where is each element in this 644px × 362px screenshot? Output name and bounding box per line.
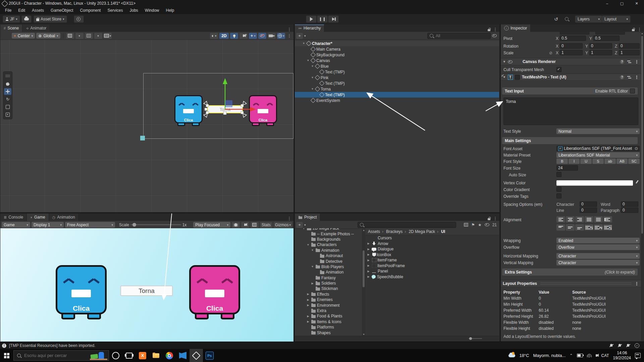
taskbar-app[interactable]: Ps <box>203 349 216 362</box>
tab-hierarchy[interactable]: ≔ Hierarchy <box>295 24 324 32</box>
breadcrumb-item[interactable]: Brackeys <box>386 229 408 234</box>
search-icon[interactable] <box>565 17 569 22</box>
weather-text[interactable]: Mayorm. nubla... <box>533 353 566 358</box>
lock-icon[interactable] <box>488 29 490 31</box>
taskbar-search-input[interactable] <box>23 353 82 358</box>
hierarchy-row[interactable]: ▼ Character* <box>295 41 499 46</box>
spacing-paragraph-field[interactable] <box>621 207 638 213</box>
menu-dots-icon[interactable]: ⋮ <box>493 27 497 32</box>
create-asset-caret[interactable]: ▾ <box>304 223 306 227</box>
font-style-button[interactable]: SC <box>628 159 640 164</box>
menu-dots-icon[interactable]: ⋮ <box>287 27 291 32</box>
tab-project[interactable]: Project <box>295 214 320 221</box>
project-file-row[interactable]: ▶ ItemPoolFrame <box>365 263 499 269</box>
material-preset-dropdown[interactable]: LiberationSans SDF Material▾ <box>556 152 640 158</box>
zoom-slider-thumb[interactable] <box>469 337 472 340</box>
maximize-button[interactable]: ▢ <box>614 0 629 7</box>
transform-tool[interactable] <box>4 111 11 118</box>
hierarchy-row[interactable]: Main Camera <box>295 46 499 52</box>
menu-dots-icon[interactable]: ⋮ <box>635 281 639 286</box>
mute-audio-button[interactable] <box>241 222 249 228</box>
game-character-pink[interactable]: Clica <box>189 265 240 319</box>
rotate-tool[interactable]: ↻ <box>4 96 11 103</box>
target-button[interactable] <box>74 15 84 23</box>
game-view-dropdown[interactable]: Game▾ <box>2 222 30 228</box>
hierarchy-row[interactable]: EventSystem <box>295 98 499 103</box>
menu-dots-icon[interactable]: ⋮ <box>635 75 639 80</box>
rtl-checkbox[interactable] <box>630 88 635 94</box>
project-tree-row[interactable]: Fantasy <box>295 275 362 281</box>
hierarchy-row[interactable]: Text (TMP) <box>295 92 499 98</box>
display-dropdown[interactable]: Display 1▾ <box>32 222 64 228</box>
weather-temp[interactable]: 18°C <box>519 353 529 358</box>
hierarchy-row[interactable]: ▼ Torna <box>295 86 499 92</box>
layers-dropdown[interactable]: Layers▾ <box>575 15 602 23</box>
shading-mode-dropdown[interactable]: ◐▾ <box>210 33 218 39</box>
align-button[interactable] <box>566 224 575 231</box>
torna-button[interactable]: Torna <box>120 286 173 296</box>
spacing-character-field[interactable] <box>580 201 597 207</box>
move-tool[interactable] <box>4 88 11 95</box>
aspect-dropdown[interactable]: Free Aspect▾ <box>65 222 115 228</box>
action-center-icon[interactable] <box>635 353 641 358</box>
tree-scrollbar[interactable]: ▲ ▼ <box>362 228 365 336</box>
pivot-x-field[interactable] <box>560 36 586 41</box>
project-file-row[interactable]: ▶ Arrow <box>365 241 499 247</box>
project-file-row[interactable]: ▶ Panel <box>365 268 499 274</box>
move-gizmo[interactable]: Torna <box>0 40 293 212</box>
project-tree-row[interactable]: ▼ 2D Mega Pack <box>295 228 362 231</box>
project-tree-row[interactable]: Animation <box>295 269 362 275</box>
close-button[interactable]: ✕ <box>629 0 644 7</box>
font-style-button[interactable]: S <box>592 159 604 164</box>
pause-button[interactable] <box>317 15 328 23</box>
lock-icon[interactable] <box>488 218 490 220</box>
gizmos-dropdown[interactable]: Gizmos▾ <box>274 222 292 228</box>
project-tree-row[interactable]: ▶ Effects <box>295 292 362 297</box>
notifications-muted-icon[interactable] <box>618 344 622 347</box>
hierarchy-row[interactable]: SkyBackground <box>295 52 499 58</box>
project-search-input[interactable] <box>365 222 447 228</box>
spacing-line-field[interactable] <box>580 207 597 213</box>
create-add-caret[interactable]: ▾ <box>304 34 306 38</box>
grid-snap-button[interactable] <box>66 33 74 39</box>
align-button[interactable] <box>603 216 612 223</box>
help-icon[interactable]: ? <box>620 60 624 64</box>
breadcrumb-item[interactable]: 2D Mega Pack <box>409 229 440 234</box>
scene-viewport[interactable]: Clica Clica Torna <box>0 40 293 212</box>
text-input-banner[interactable]: Text Input Enable RTL Editor <box>502 87 638 95</box>
search-by-label-icon[interactable]: ⚑ <box>471 223 475 227</box>
align-button[interactable] <box>575 216 584 223</box>
camera-overlay-dropdown[interactable]: ▾ <box>268 33 276 39</box>
hierarchy-row[interactable]: Text (TMP) <box>295 80 499 86</box>
tray-chevron-icon[interactable]: ⌃ <box>570 353 573 358</box>
override-tags-checkbox[interactable] <box>556 193 561 198</box>
project-tree-row[interactable]: ▼ Blob Players <box>295 264 362 269</box>
hidden-packages-icon[interactable] <box>485 223 489 226</box>
align-button[interactable] <box>594 216 603 223</box>
step-button[interactable] <box>328 15 339 23</box>
hierarchy-row[interactable]: ▼ Pink <box>295 75 499 80</box>
volume-icon[interactable] <box>596 354 597 357</box>
auto-size-checkbox[interactable] <box>556 172 561 177</box>
project-tree-row[interactable]: ▶ Soldiers <box>295 281 362 286</box>
object-picker-icon[interactable]: ⊙ <box>635 146 638 151</box>
text-style-dropdown[interactable]: Normal▾ <box>556 128 640 134</box>
text-input-area[interactable]: Torna <box>503 98 638 125</box>
presets-icon[interactable] <box>627 60 632 64</box>
battery-icon[interactable] <box>577 354 583 357</box>
scrollbar-thumb[interactable] <box>641 36 643 234</box>
layout-properties-header[interactable]: Layout Properties ⋮ <box>501 280 641 287</box>
scene-visibility-toggle[interactable] <box>258 33 266 39</box>
project-file-row[interactable]: Cursors <box>365 235 499 241</box>
increment-snap-caret[interactable]: ▾ <box>94 33 102 39</box>
audio-toggle[interactable] <box>239 33 248 39</box>
align-button[interactable] <box>556 224 565 231</box>
inspector-scrollbar[interactable]: ▲ <box>641 32 643 341</box>
hierarchy-search-input[interactable] <box>435 33 480 39</box>
menu-item[interactable]: Help <box>163 7 177 13</box>
project-search[interactable] <box>358 222 456 228</box>
project-tree-row[interactable]: Astronaut <box>295 253 362 258</box>
font-style-button[interactable]: ab <box>604 159 616 164</box>
scale-slider-thumb[interactable] <box>132 223 136 227</box>
debug-button[interactable] <box>232 222 240 228</box>
